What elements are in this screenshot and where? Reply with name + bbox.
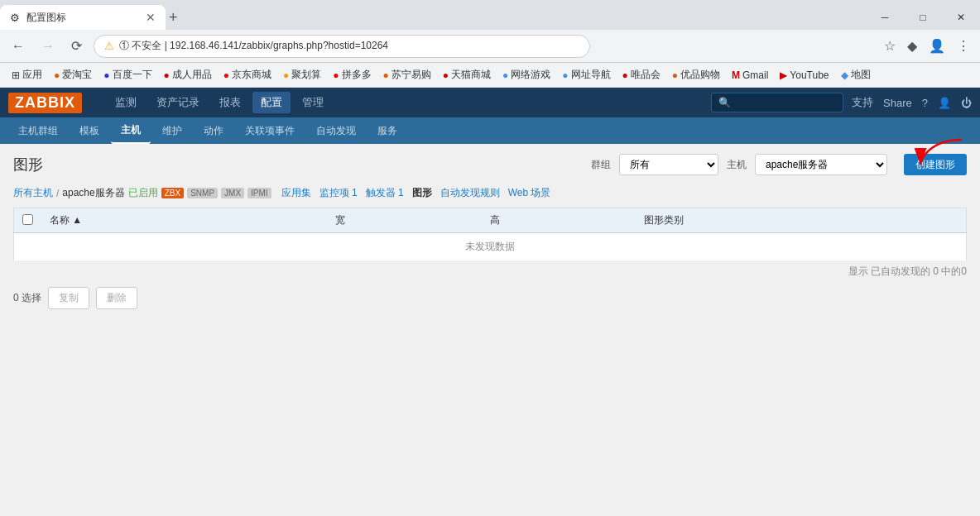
youtube-icon: ▶ [780, 69, 787, 81]
tab-items[interactable]: 监控项 1 [316, 185, 361, 201]
forward-button[interactable]: → [36, 36, 60, 57]
menu-button[interactable]: ⋮ [954, 35, 973, 57]
bookmark-youpinpurchase-label: 优品购物 [680, 68, 720, 82]
badge-jmx: JMX [221, 188, 244, 198]
subnav-item-hosts[interactable]: 主机 [111, 118, 151, 144]
bookmark-vip[interactable]: ● 唯品会 [617, 66, 665, 84]
subnav-item-services[interactable]: 服务 [368, 119, 407, 143]
group-filter-select[interactable]: 所有 [619, 154, 718, 175]
address-bar[interactable]: ⚠ ① 不安全 | 192.168.46.141/zabbix/graphs.p… [94, 35, 590, 58]
user-icon[interactable]: 👤 [938, 97, 951, 109]
bottom-action-bar: 0 选择 复制 删除 [13, 287, 967, 309]
status-enabled[interactable]: 已启用 [128, 186, 158, 200]
filter-bar: 群组 所有 主机 apache服务器 [591, 154, 967, 175]
no-data-cell: 未发现数据 [14, 233, 967, 261]
search-input[interactable] [711, 93, 843, 112]
subnav-item-correlations[interactable]: 关联项事件 [235, 119, 305, 143]
bookmark-aitaobao[interactable]: ● 爱淘宝 [49, 66, 97, 84]
nav-icon: ● [562, 69, 568, 81]
bookmark-tmall[interactable]: ● 天猫商城 [438, 66, 496, 84]
bookmark-adult[interactable]: ● 成人用品 [159, 66, 217, 84]
share-link[interactable]: Share [883, 97, 912, 109]
height-column-header: 高 [482, 208, 637, 233]
bookmark-baidu-label: 百度一下 [113, 68, 152, 82]
extensions-button[interactable]: ◆ [904, 35, 920, 57]
tab-discovery-rules[interactable]: 自动发现规则 [437, 185, 503, 201]
page-header: 图形 群组 所有 主机 apache服务器 [13, 154, 967, 175]
bookmark-nav-label: 网址导航 [571, 68, 611, 82]
address-bar-row: ← → ⟳ ⚠ ① 不安全 | 192.168.46.141/zabbix/gr… [0, 30, 980, 63]
no-data-row: 未发现数据 [14, 233, 967, 261]
bookmark-nav[interactable]: ● 网址导航 [557, 66, 615, 84]
bookmark-adult-label: 成人用品 [172, 68, 212, 82]
top-nav-menu: 监测 资产记录 报表 配置 管理 [107, 92, 332, 113]
bookmark-juhuasuan-label: 聚划算 [291, 68, 321, 82]
bookmark-juhuasuan[interactable]: ● 聚划算 [278, 66, 326, 84]
selected-count: 0 选择 [13, 291, 41, 305]
tab-triggers[interactable]: 触发器 1 [363, 185, 407, 201]
name-column-label: 名称 ▲ [50, 214, 82, 226]
tmall-icon: ● [443, 69, 449, 81]
reload-button[interactable]: ⟳ [66, 35, 87, 57]
close-button[interactable]: ✕ [942, 2, 980, 32]
gmail-icon: M [732, 69, 740, 81]
active-tab[interactable]: ⚙ 配置图标 ✕ [0, 5, 166, 30]
bookmark-map[interactable]: ◆ 地图 [836, 66, 876, 84]
subnav-item-templates[interactable]: 模板 [70, 119, 109, 143]
subnav-item-actions[interactable]: 动作 [194, 119, 233, 143]
tab-close-button[interactable]: ✕ [146, 11, 156, 24]
baidu-icon: ● [103, 69, 109, 81]
security-icon: ⚠ [104, 40, 114, 52]
bookmark-gmail[interactable]: M Gmail [727, 68, 773, 83]
aitaobao-icon: ● [54, 69, 60, 81]
bookmark-youtube-label: YouTube [790, 69, 829, 81]
minimize-button[interactable]: ─ [866, 2, 904, 32]
topnav-icon-group: 支持 Share ? 👤 ⏻ [852, 95, 972, 110]
bookmark-pinduoduo[interactable]: ● 拼多多 [328, 66, 376, 84]
top-navigation: ZABBIX 监测 资产记录 报表 配置 管理 支持 Share ? 👤 ⏻ [0, 88, 980, 117]
subnav-item-hostgroups[interactable]: 主机群组 [8, 119, 68, 143]
copy-button[interactable]: 复制 [48, 287, 89, 309]
tab-applications[interactable]: 应用集 [278, 185, 315, 201]
tab-web-scenarios[interactable]: Web 场景 [505, 185, 555, 201]
maximize-button[interactable]: □ [904, 2, 942, 32]
bookmark-star-button[interactable]: ☆ [881, 35, 899, 57]
select-all-header[interactable] [14, 208, 42, 233]
select-all-checkbox[interactable] [22, 214, 33, 225]
subnav-item-maintenance[interactable]: 维护 [152, 119, 192, 143]
help-icon[interactable]: ? [922, 97, 928, 109]
bookmark-apps-label: 应用 [22, 68, 42, 82]
topnav-item-assets[interactable]: 资产记录 [148, 92, 208, 113]
topnav-item-admin[interactable]: 管理 [294, 92, 332, 113]
topnav-item-config[interactable]: 配置 [252, 92, 291, 113]
new-tab-button[interactable]: + [169, 9, 178, 26]
bookmark-games[interactable]: ● 网络游戏 [497, 66, 555, 84]
back-button[interactable]: ← [7, 36, 30, 57]
topnav-item-reports[interactable]: 报表 [211, 92, 249, 113]
vip-icon: ● [622, 69, 628, 81]
delete-button[interactable]: 删除 [96, 287, 137, 309]
bookmark-jd[interactable]: ● 京东商城 [219, 66, 276, 84]
breadcrumb-all-hosts[interactable]: 所有主机 [13, 186, 53, 200]
data-table: 名称 ▲ 宽 高 图形类别 未发现数据 [13, 208, 967, 261]
zabbix-app: ZABBIX 监测 资产记录 报表 配置 管理 支持 Share ? 👤 ⏻ 主… [0, 88, 980, 516]
power-icon[interactable]: ⏻ [961, 97, 972, 109]
support-link[interactable]: 支持 [852, 95, 873, 110]
host-filter-select[interactable]: apache服务器 [755, 154, 887, 175]
bookmark-baidu[interactable]: ● 百度一下 [98, 66, 156, 84]
bookmark-suning[interactable]: ● 苏宁易购 [378, 66, 436, 84]
name-column-header[interactable]: 名称 ▲ [41, 208, 327, 233]
badge-zbx: ZBX [161, 188, 184, 198]
subnav-item-discovery[interactable]: 自动发现 [306, 119, 366, 143]
bookmark-apps[interactable]: ⊞ 应用 [7, 66, 47, 84]
bookmark-map-label: 地图 [851, 68, 871, 82]
profile-button[interactable]: 👤 [925, 35, 949, 57]
tab-graphs[interactable]: 图形 [409, 185, 435, 201]
apps-icon: ⊞ [12, 69, 20, 81]
bookmark-games-label: 网络游戏 [511, 68, 550, 82]
bookmark-youpinpurchase[interactable]: ● 优品购物 [667, 66, 725, 84]
topnav-item-monitor[interactable]: 监测 [107, 92, 145, 113]
pagination-info: 显示 已自动发现的 0 中的0 [13, 265, 967, 279]
window-controls: ─ □ ✕ [866, 2, 980, 32]
bookmark-youtube[interactable]: ▶ YouTube [775, 68, 833, 83]
